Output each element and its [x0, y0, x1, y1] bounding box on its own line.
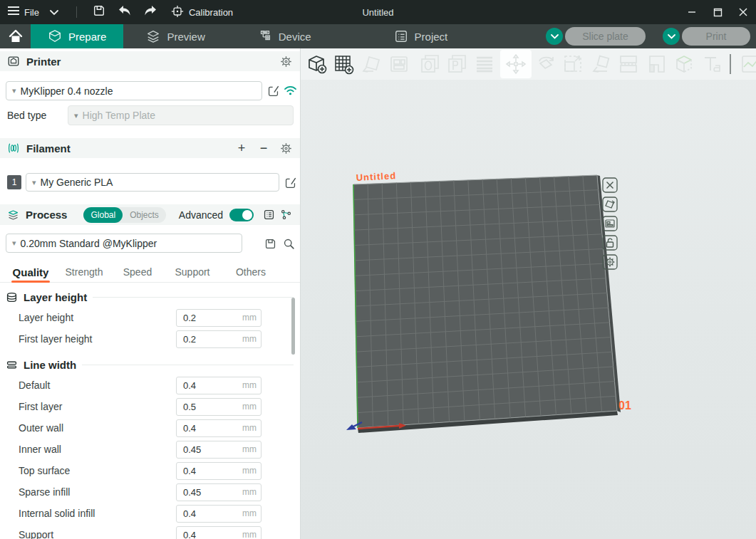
undo-button[interactable]: [114, 3, 135, 21]
orient-icon: [606, 201, 614, 208]
viewport-3d[interactable]: Untitled 01: [301, 48, 756, 539]
plate-number-label: 01: [618, 399, 631, 412]
param-row: Layer height 0.2mm: [0, 307, 301, 328]
gear-icon: [606, 258, 615, 267]
line-width-first-layer-input[interactable]: 0.5mm: [176, 398, 262, 416]
arrange-plate-button[interactable]: [602, 216, 618, 231]
tab-prepare[interactable]: Prepare: [31, 24, 123, 48]
tab-project[interactable]: Project: [377, 24, 465, 48]
maximize-button[interactable]: [705, 0, 730, 24]
tab-preview[interactable]: Preview: [129, 24, 222, 48]
edit-filament-button[interactable]: [282, 174, 298, 190]
file-menu-dropdown[interactable]: [43, 3, 65, 21]
home-icon: [8, 29, 24, 43]
line-width-inner-wall-input[interactable]: 0.45mm: [176, 441, 262, 459]
printer-section-header: Printer: [0, 51, 301, 71]
tab-quality[interactable]: Quality: [6, 266, 56, 283]
home-button[interactable]: [0, 24, 31, 48]
scope-objects-button[interactable]: Objects: [123, 207, 166, 223]
split-to-objects-button[interactable]: [419, 53, 442, 75]
tab-others[interactable]: Others: [222, 266, 279, 282]
close-icon: [739, 8, 747, 16]
tab-support[interactable]: Support: [162, 266, 222, 282]
search-params-button[interactable]: [281, 236, 296, 251]
bed-type-select[interactable]: ▾ High Temp Plate: [68, 105, 294, 125]
redo-button[interactable]: [140, 3, 161, 21]
add-plate-icon: [332, 53, 355, 75]
compare-presets-button[interactable]: [279, 207, 294, 223]
chevron-down-icon: [50, 6, 58, 19]
variable-layers-button[interactable]: [473, 53, 496, 75]
rotate-tool-button[interactable]: [534, 53, 557, 75]
paint-tool-button[interactable]: [673, 53, 695, 75]
printer-preset-select[interactable]: ▾ MyKlipper 0.4 nozzle: [6, 81, 262, 100]
lay-on-face-button[interactable]: [590, 53, 613, 75]
file-menu[interactable]: File: [7, 6, 39, 19]
filament-settings-button[interactable]: [278, 140, 294, 156]
advanced-toggle[interactable]: [229, 209, 254, 221]
line-width-sparse-infill-input[interactable]: 0.45mm: [176, 483, 262, 501]
save-preset-button[interactable]: [262, 236, 278, 251]
orient-plate-button[interactable]: [602, 197, 618, 212]
assembly-view-icon: [740, 53, 756, 75]
arrange-button[interactable]: [388, 53, 410, 75]
param-list-button[interactable]: [262, 207, 276, 223]
sidebar-scrollbar[interactable]: [291, 298, 295, 355]
preview-layers-icon: [146, 29, 160, 43]
printer-connection-button[interactable]: [282, 83, 298, 98]
maximize-icon: [713, 8, 723, 17]
param-value: 0.4: [183, 380, 196, 391]
chevron-down-icon: [551, 34, 559, 39]
close-button[interactable]: [730, 0, 756, 24]
tab-device[interactable]: Device: [241, 24, 328, 48]
tab-strength[interactable]: Strength: [56, 266, 113, 282]
plate-settings-button[interactable]: [602, 254, 618, 270]
slice-plate-button[interactable]: Slice plate: [565, 27, 646, 46]
filament-section-header: Filament + −: [0, 138, 301, 158]
prepare-box-icon: [48, 29, 62, 43]
remove-filament-button[interactable]: −: [256, 140, 271, 156]
move-tool-button[interactable]: [504, 53, 527, 75]
process-preset-select[interactable]: ▾ 0.20mm Standard @MyKlipper: [6, 234, 242, 253]
param-value: 0.4: [183, 423, 196, 434]
add-plate-button[interactable]: [332, 53, 355, 75]
build-plate-canvas[interactable]: Untitled 01: [301, 80, 756, 539]
calibration-button[interactable]: Calibration: [171, 5, 233, 20]
move-icon: [504, 53, 527, 75]
add-model-button[interactable]: [305, 53, 328, 75]
save-button[interactable]: [88, 3, 110, 21]
first-layer-height-input[interactable]: 0.2mm: [176, 330, 262, 348]
device-icon: [258, 29, 272, 43]
toolbar-separator: [730, 54, 731, 74]
add-filament-button[interactable]: +: [234, 140, 249, 156]
filament-preset-select[interactable]: ▾ My Generic PLA: [26, 173, 279, 192]
fill-tool-button[interactable]: [646, 53, 668, 75]
line-width-support-input[interactable]: 0.4mm: [176, 526, 262, 539]
split-to-parts-button[interactable]: [446, 53, 469, 75]
edit-printer-button[interactable]: [265, 83, 281, 98]
print-options-button[interactable]: [663, 28, 680, 45]
delete-plate-button[interactable]: [602, 177, 618, 193]
print-button[interactable]: Print: [682, 27, 750, 46]
line-width-internal-solid-infill-input[interactable]: 0.4mm: [176, 505, 262, 523]
line-width-top-surface-input[interactable]: 0.4mm: [176, 462, 262, 480]
scope-global-button[interactable]: Global: [83, 207, 123, 223]
printer-settings-button[interactable]: [278, 53, 294, 69]
text-icon: [701, 53, 724, 75]
line-width-default-input[interactable]: 0.4mm: [176, 377, 262, 394]
scale-tool-button[interactable]: [561, 53, 584, 75]
tab-speed[interactable]: Speed: [113, 266, 162, 282]
search-icon: [283, 238, 295, 250]
param-unit: mm: [242, 530, 257, 539]
lock-plate-button[interactable]: [602, 235, 618, 251]
param-list-icon: [263, 209, 275, 221]
cut-tool-button[interactable]: [617, 53, 640, 75]
assembly-view-button[interactable]: [740, 53, 756, 75]
param-unit: mm: [242, 508, 257, 518]
slice-options-button[interactable]: [546, 28, 563, 45]
minimize-button[interactable]: [679, 0, 705, 24]
line-width-outer-wall-input[interactable]: 0.4mm: [176, 419, 262, 437]
layer-height-input[interactable]: 0.2mm: [176, 309, 262, 327]
auto-orient-button[interactable]: [361, 53, 383, 75]
text-tool-button[interactable]: [701, 53, 724, 75]
